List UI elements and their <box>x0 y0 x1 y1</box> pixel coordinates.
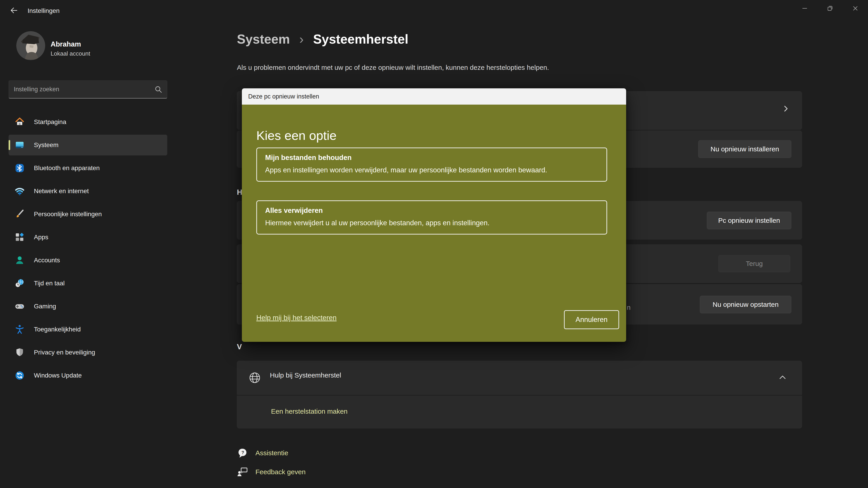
svg-text:?: ? <box>241 450 244 455</box>
home-icon <box>14 117 25 127</box>
feedback-link-label: Feedback geven <box>255 468 306 476</box>
network-icon <box>14 186 25 196</box>
sidebar-item-label: Startpagina <box>34 119 66 126</box>
minimize-icon <box>801 5 808 13</box>
sidebar-item-label: Systeem <box>34 141 59 149</box>
app-title: Instellingen <box>28 7 60 14</box>
sidebar-item-label: Netwerk en internet <box>34 188 89 195</box>
globe-icon <box>248 371 261 384</box>
row-recovery-drive: Een herstelstation maken <box>237 396 802 428</box>
row-help-expander[interactable]: Hulp bij Systeemherstel <box>237 361 802 395</box>
sidebar-item-label: Gaming <box>34 303 56 310</box>
sidebar-item-accounts[interactable]: Accounts <box>8 250 167 271</box>
sidebar-item-tijd-en-taal[interactable]: Tijd en taal <box>8 273 167 294</box>
sidebar-item-bluetooth-en-apparaten[interactable]: Bluetooth en apparaten <box>8 158 167 178</box>
sidebar-item-privacy-en-beveiliging[interactable]: Privacy en beveiliging <box>8 342 167 363</box>
accounts-icon <box>14 255 25 265</box>
user-profile[interactable]: Abraham Lokaal account <box>16 31 90 60</box>
reset-pc-dialog: Deze pc opnieuw instellen Kies een optie… <box>242 88 626 342</box>
titlebar: Instellingen <box>0 0 868 22</box>
gaming-icon <box>14 301 25 312</box>
option-keep-my-files[interactable]: Mijn bestanden behouden Apps en instelli… <box>256 148 607 182</box>
time-language-icon <box>14 278 25 289</box>
sidebar-item-systeem[interactable]: Systeem <box>8 135 167 156</box>
sidebar-nav: Startpagina Systeem Bluetooth en apparat… <box>8 111 167 386</box>
page-description: Als u problemen ondervindt met uw pc of … <box>237 64 549 71</box>
privacy-shield-icon <box>14 347 25 358</box>
dialog-heading: Kies een optie <box>256 128 337 143</box>
dialog-titlebar: Deze pc opnieuw instellen <box>242 88 626 105</box>
option-description: Apps en instellingen worden verwijderd, … <box>265 165 582 175</box>
row-title: Hulp bij Systeemherstel <box>270 371 341 379</box>
option-description: Hiermee verwijdert u al uw persoonlijke … <box>265 218 582 228</box>
sidebar-item-windows-update[interactable]: Windows Update <box>8 365 167 386</box>
covered-text-fragment: n <box>627 304 631 311</box>
help-bubble-icon: ? <box>237 447 248 459</box>
reinstall-now-button[interactable]: Nu opnieuw installeren <box>698 140 792 158</box>
page-title: Systeemherstel <box>313 32 408 46</box>
settings-search <box>8 80 167 98</box>
dialog-body: Kies een optie Mijn bestanden behouden A… <box>242 105 626 342</box>
active-indicator-pill <box>8 140 10 150</box>
help-me-choose-link[interactable]: Help mij bij het selecteren <box>256 314 337 322</box>
sidebar-item-gaming[interactable]: Gaming <box>8 296 167 317</box>
apps-icon <box>14 232 25 242</box>
sidebar-item-netwerk-en-internet[interactable]: Netwerk en internet <box>8 181 167 201</box>
system-icon <box>14 140 25 150</box>
close-icon <box>852 5 859 13</box>
breadcrumb-parent[interactable]: Systeem <box>237 32 290 46</box>
sidebar-item-label: Toegankelijkheid <box>34 326 81 333</box>
option-title: Alles verwijderen <box>265 206 598 215</box>
feedback-link-row[interactable]: Feedback geven <box>237 466 306 478</box>
section-heading-fragment: H <box>237 188 242 197</box>
chevron-right-icon <box>783 103 789 115</box>
settings-window: Instellingen Abraham Lokaal account <box>0 0 868 488</box>
sidebar-item-startpagina[interactable]: Startpagina <box>8 111 167 132</box>
restore-button[interactable] <box>817 0 843 18</box>
breadcrumb-separator-icon: › <box>299 32 304 46</box>
sidebar-item-apps[interactable]: Apps <box>8 227 167 248</box>
search-icon[interactable] <box>154 85 163 94</box>
minimize-button[interactable] <box>792 0 817 18</box>
sidebar-item-label: Privacy en beveiliging <box>34 349 95 356</box>
sidebar-item-persoonlijke-instellingen[interactable]: Persoonlijke instellingen <box>8 204 167 225</box>
cancel-button[interactable]: Annuleren <box>564 310 619 329</box>
restore-icon <box>827 5 833 13</box>
user-account-type: Lokaal account <box>51 50 90 57</box>
reset-pc-button[interactable]: Pc opnieuw instellen <box>707 212 792 229</box>
assist-link-row[interactable]: ? Assistentie <box>237 447 288 459</box>
bluetooth-icon <box>14 163 25 173</box>
sidebar-item-label: Accounts <box>34 257 60 264</box>
sidebar-item-label: Bluetooth en apparaten <box>34 164 100 172</box>
accessibility-icon <box>14 324 25 335</box>
breadcrumb: Systeem › Systeemherstel <box>237 32 408 46</box>
option-title: Mijn bestanden behouden <box>265 154 598 162</box>
profile-text: Abraham Lokaal account <box>51 31 90 60</box>
assist-link-label: Assistentie <box>255 449 288 457</box>
dialog-title: Deze pc opnieuw instellen <box>248 93 319 100</box>
sidebar-item-label: Apps <box>34 234 49 241</box>
back-button[interactable] <box>6 3 22 19</box>
sidebar: Abraham Lokaal account Startpagina <box>0 22 174 488</box>
user-name: Abraham <box>51 40 90 48</box>
sidebar-item-label: Persoonlijke instellingen <box>34 210 102 218</box>
restart-now-button[interactable]: Nu opnieuw opstarten <box>700 296 792 313</box>
sidebar-item-label: Tijd en taal <box>34 280 65 287</box>
back-arrow-icon <box>9 5 19 16</box>
go-back-button[interactable]: Terug <box>718 255 790 272</box>
feedback-icon <box>237 466 248 478</box>
chevron-up-icon <box>777 373 788 382</box>
sidebar-item-toegankelijkheid[interactable]: Toegankelijkheid <box>8 319 167 340</box>
create-recovery-drive-link[interactable]: Een herstelstation maken <box>271 408 348 415</box>
section-heading-fragment: V <box>237 343 242 351</box>
sidebar-item-label: Windows Update <box>34 372 82 379</box>
option-remove-everything[interactable]: Alles verwijderen Hiermee verwijdert u a… <box>256 200 607 234</box>
close-button[interactable] <box>843 0 868 18</box>
windows-update-icon <box>14 370 25 381</box>
avatar <box>16 31 45 60</box>
window-controls <box>792 0 868 18</box>
personalization-icon <box>14 209 25 219</box>
search-input[interactable] <box>9 86 154 93</box>
